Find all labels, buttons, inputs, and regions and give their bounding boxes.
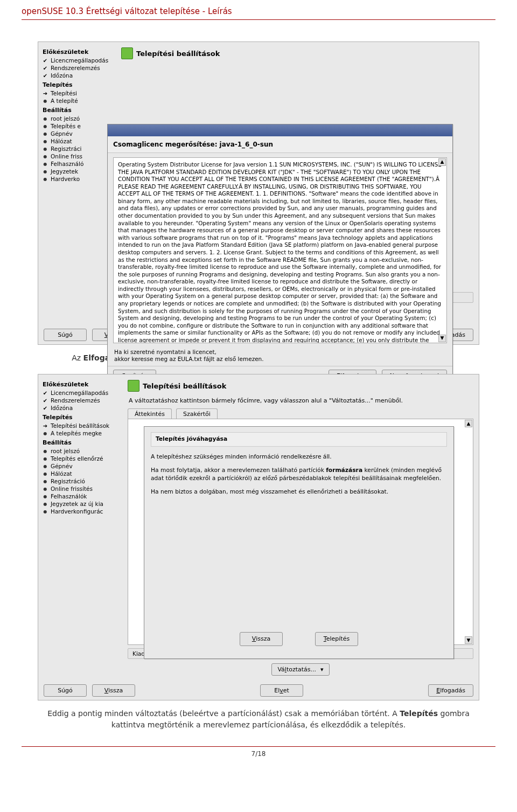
sidebar-step-label: Telepítés ellenőrzé: [51, 455, 103, 462]
scroll-up-button[interactable]: ▲: [438, 158, 446, 166]
install-approval-dialog: Telepítés jóváhagyása A telepítéshez szü…: [144, 426, 454, 659]
sidebar-step: ●Gépnév: [43, 130, 118, 137]
sidebar-step-label: Telepítési: [51, 90, 77, 96]
scroll-up-button[interactable]: ▲: [465, 420, 472, 427]
bullet-icon: ●: [43, 471, 48, 476]
bullet-icon: ●: [43, 116, 48, 121]
bullet-icon: ●: [43, 147, 48, 151]
bullet-icon: ●: [43, 464, 48, 469]
sidebar-step: ✔Licencmegállapodás: [43, 57, 118, 64]
check-icon: ✔: [43, 65, 48, 71]
panel-title: Telepítési beállítások: [136, 50, 220, 58]
dialog-hint-line: Ha ki szeretné nyomtatni a licencet,: [114, 349, 446, 356]
sidebar-section-install: Telepítés: [43, 81, 118, 88]
abort-button[interactable]: Elvet: [260, 684, 303, 697]
check-icon: ✔: [43, 390, 48, 396]
sidebar-step: ●Hardverko: [43, 175, 118, 183]
sidebar-step: ✔Időzóna: [43, 404, 124, 412]
accept-button[interactable]: Elfogadás: [428, 684, 473, 697]
sidebar-step: ●Hardverkonfigurác: [43, 508, 124, 515]
bullet-icon: ●: [43, 162, 48, 166]
package-icon: [121, 47, 133, 59]
sidebar-step-label: Hardverko: [51, 176, 80, 182]
check-icon: ✔: [43, 398, 48, 404]
sidebar-step-label: Időzóna: [51, 405, 73, 411]
license-text-area[interactable]: Operating System Distributor License for…: [113, 157, 447, 343]
help-button[interactable]: Súgó: [44, 684, 87, 697]
sidebar-step-label: Online frissítés: [51, 485, 93, 492]
bullet-icon: ●: [43, 487, 48, 491]
sidebar-step-label: Telepítési beállítások: [51, 422, 109, 429]
sidebar-step-label: Gépnév: [51, 463, 73, 469]
back-button[interactable]: Vissza: [92, 684, 135, 697]
sidebar-section-config: Beállítás: [43, 107, 118, 114]
scroll-down-button[interactable]: ▼: [465, 636, 472, 644]
panel-hint: A változtatáshoz kattintson bármely főcí…: [128, 395, 473, 408]
approval-install-button[interactable]: Telepítés: [315, 632, 358, 646]
document-header: openSUSE 10.3 Érettségi változat telepít…: [22, 0, 495, 20]
sidebar-step-label: Jegyzetek az új kia: [51, 501, 103, 507]
dialog-subtitle: Csomaglicenc megerősítése: java-1_6_0-su…: [108, 136, 452, 153]
sidebar-step: ●root jelszó: [43, 115, 118, 122]
sidebar-step: ✔Időzóna: [43, 72, 118, 79]
dialog-hint: Ha ki szeretné nyomtatni a licencet, akk…: [108, 348, 452, 366]
sidebar-step-label: Gépnév: [51, 130, 73, 137]
sidebar-step: ✔Rendszerelemzés: [43, 64, 118, 72]
sidebar-step-label: Licencmegállapodás: [51, 390, 108, 396]
bullet-icon: ●: [43, 99, 48, 103]
sidebar-step: ●Jegyzetek az új kia: [43, 500, 124, 508]
bullet-icon: ●: [43, 502, 48, 506]
sidebar-step-label: A telepíté: [51, 98, 78, 104]
bullet-icon: ●: [43, 169, 48, 174]
sidebar-step: ✔Rendszerelemzés: [43, 397, 124, 404]
sidebar-step-label: Felhasználó: [51, 161, 83, 167]
check-icon: ✔: [43, 405, 48, 411]
screenshot-license-dialog: Előkészületek ✔Licencmegállapodás ✔Rends…: [38, 41, 479, 345]
sidebar-section-install: Telepítés: [43, 414, 124, 421]
sidebar-step: ●Jegyzetek: [43, 168, 118, 175]
sidebar-section-prep: Előkészületek: [43, 381, 124, 388]
sidebar-step-label: Licencmegállapodás: [51, 57, 108, 64]
tab-expert[interactable]: Szakértői: [176, 408, 218, 419]
scroll-down-button[interactable]: ▼: [438, 335, 446, 342]
sidebar-step: ●Felhasználók: [43, 492, 124, 500]
sidebar-step: ●Online frissítés: [43, 485, 124, 492]
sidebar-step: ●Hálózat: [43, 470, 124, 477]
approval-text: Ha most folytatja, akkor a merevlemezen …: [151, 467, 447, 483]
help-button[interactable]: Súgó: [44, 329, 87, 341]
approval-back-button[interactable]: Vissza: [240, 632, 283, 646]
sidebar-step-label: Jegyzetek: [51, 168, 78, 175]
sidebar-step-label: root jelszó: [51, 115, 80, 122]
dialog-titlebar[interactable]: [108, 124, 452, 136]
approval-text-span: Ha most folytatja, akkor a merevlemezen …: [151, 467, 326, 474]
sidebar-step-label: Telepítés e: [51, 123, 81, 129]
bullet-icon: ●: [43, 124, 48, 129]
sidebar-step-label: A telepítés megke: [51, 430, 102, 436]
sidebar-step: ●Hálózat: [43, 137, 118, 145]
wizard-steps-sidebar: Előkészületek ✔Licencmegállapodás ✔Rends…: [40, 377, 127, 680]
bullet-icon: ●: [43, 449, 48, 454]
package-icon: [128, 380, 139, 392]
sidebar-step-label: Hálózat: [51, 470, 72, 477]
change-menu-button[interactable]: Változtatás... ▾: [271, 663, 329, 676]
sidebar-step-label: Rendszerelemzés: [51, 65, 100, 71]
check-icon: ✔: [43, 73, 48, 79]
screenshot-install-approval: Előkészületek ✔Licencmegállapodás ✔Rends…: [38, 374, 479, 700]
caption-text: Az: [72, 353, 83, 362]
sidebar-step-label: root jelszó: [51, 448, 80, 454]
arrow-right-icon: ➔: [43, 91, 48, 96]
sidebar-step: ✔Licencmegállapodás: [43, 389, 124, 397]
arrow-right-icon: ➔: [43, 423, 48, 429]
sidebar-step: ●Regisztráció: [43, 477, 124, 485]
sidebar-step: ●Felhasználó: [43, 160, 118, 168]
sidebar-step: ●Regisztráci: [43, 145, 118, 152]
sidebar-step: ●A telepíté: [43, 97, 118, 105]
sidebar-step-label: Időzóna: [51, 72, 73, 79]
bullet-icon: ●: [43, 479, 48, 484]
tab-overview[interactable]: Áttekintés: [128, 408, 172, 419]
sidebar-step-label: Online friss: [51, 153, 82, 159]
check-icon: ✔: [43, 58, 48, 64]
sidebar-step-label: Regisztráció: [51, 478, 85, 484]
panel-title: Telepítési beállítások: [143, 382, 226, 390]
license-confirm-dialog: Csomaglicenc megerősítése: java-1_6_0-su…: [107, 124, 453, 410]
